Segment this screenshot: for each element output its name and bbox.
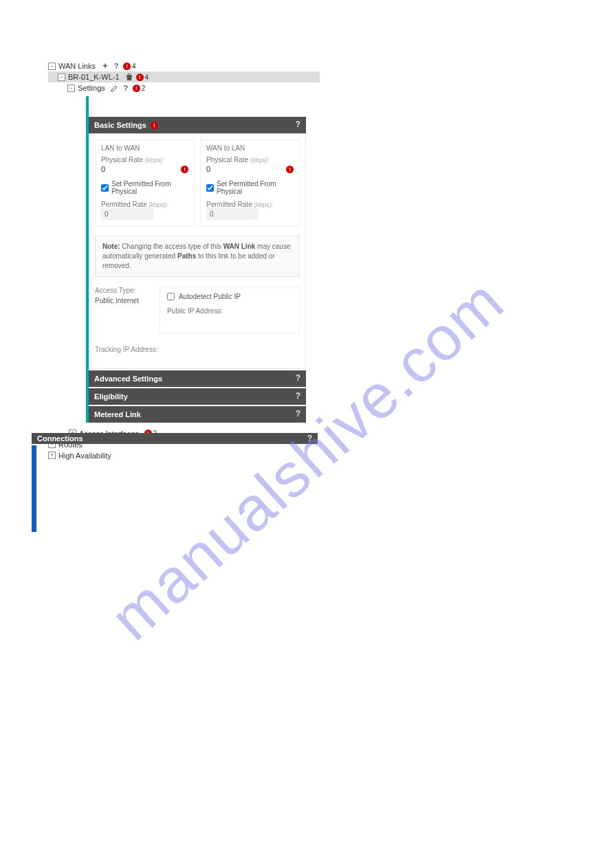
error-badge-icon xyxy=(136,74,144,81)
physical-rate-label: Physical Rate xyxy=(206,156,248,164)
unit-label: (kbps): xyxy=(254,201,273,208)
box-header: WAN to LAN xyxy=(206,144,294,152)
access-type-label: Access Type: xyxy=(95,287,139,294)
tree-label: Settings xyxy=(78,84,105,92)
help-icon[interactable]: ? xyxy=(296,120,300,129)
trash-icon[interactable] xyxy=(125,74,133,81)
note-bold: Paths xyxy=(177,252,196,260)
section-title: Connections xyxy=(37,434,83,443)
physical-rate-label: Physical Rate xyxy=(101,156,143,164)
autodetect-ip-checkbox[interactable] xyxy=(167,293,175,300)
collapse-icon[interactable]: − xyxy=(48,63,56,70)
section-title: Advanced Settings xyxy=(94,375,162,383)
help-icon[interactable] xyxy=(112,62,120,70)
autodetect-ip-label: Autodetect Public IP xyxy=(179,293,241,300)
section-title: Metered Link xyxy=(94,410,141,419)
tree-row-settings[interactable]: − Settings 2 xyxy=(48,82,320,93)
tree-row-br01[interactable]: − BR-01_K-WL-1 4 xyxy=(48,71,320,82)
section-header-connections[interactable]: Connections ? xyxy=(32,433,318,444)
unit-label: (kbps): xyxy=(250,157,270,164)
access-type-block: Access Type: Public Internet xyxy=(95,287,139,333)
error-badge-icon xyxy=(133,85,140,92)
permitted-rate-field[interactable]: 0 xyxy=(206,208,259,220)
section-header-basic[interactable]: Basic Settings ? xyxy=(89,117,306,133)
collapse-icon[interactable]: − xyxy=(58,74,65,81)
note-bold: WAN Link xyxy=(223,243,256,250)
error-badge-icon xyxy=(123,63,131,70)
help-icon[interactable] xyxy=(122,84,130,92)
tree-row-ha[interactable]: + High Availability xyxy=(48,450,320,460)
settings-panel: Basic Settings ? LAN to WAN Physical Rat… xyxy=(86,96,306,423)
add-icon[interactable] xyxy=(101,61,109,71)
connections-accent-bar xyxy=(32,445,36,532)
basic-settings-body: LAN to WAN Physical Rate (kbps): 0 Set P… xyxy=(89,133,306,369)
error-count: 2 xyxy=(142,85,146,92)
set-permitted-checkbox[interactable] xyxy=(101,184,109,192)
error-badge-icon xyxy=(181,166,188,173)
permitted-rate-field[interactable]: 0 xyxy=(101,208,153,220)
error-count: 4 xyxy=(145,74,149,81)
tree-label: WAN Links xyxy=(58,62,96,70)
section-header-advanced[interactable]: Advanced Settings ? xyxy=(89,370,306,387)
box-header: LAN to WAN xyxy=(101,144,188,152)
set-permitted-label: Set Permitted From Physical xyxy=(217,180,294,195)
help-icon[interactable]: ? xyxy=(296,391,300,401)
error-badge-icon xyxy=(151,122,158,129)
note-lead: Note: xyxy=(102,243,120,250)
section-header-eligibility[interactable]: Eligibility ? xyxy=(89,388,306,405)
collapse-icon[interactable]: − xyxy=(67,85,75,92)
wan-to-lan-box: WAN to LAN Physical Rate (kbps): 0 Set P… xyxy=(200,140,300,226)
set-permitted-label: Set Permitted From Physical xyxy=(111,180,188,195)
tracking-ip-label: Tracking IP Address: xyxy=(95,346,300,353)
physical-rate-value[interactable]: 0 xyxy=(101,165,105,173)
access-type-value[interactable]: Public Internet xyxy=(95,297,139,304)
permitted-rate-label: Permitted Rate xyxy=(101,201,147,208)
error-count: 4 xyxy=(132,63,136,70)
set-permitted-checkbox[interactable] xyxy=(206,184,214,192)
section-title: Eligibility xyxy=(94,392,128,401)
tree-label: BR-01_K-WL-1 xyxy=(68,73,120,81)
permitted-rate-label: Permitted Rate xyxy=(206,201,252,208)
section-title: Basic Settings xyxy=(94,121,146,129)
note-text: Changing the access type of this xyxy=(120,243,223,250)
unit-label: (kbps): xyxy=(145,157,164,164)
public-ip-block: Autodetect Public IP Public IP Address: xyxy=(160,287,300,333)
help-icon[interactable]: ? xyxy=(296,373,300,383)
edit-icon[interactable] xyxy=(111,85,119,92)
physical-rate-value[interactable]: 0 xyxy=(206,165,210,173)
public-ip-label: Public IP Address: xyxy=(167,307,292,315)
lan-to-wan-box: LAN to WAN Physical Rate (kbps): 0 Set P… xyxy=(95,140,195,226)
unit-label: (kbps): xyxy=(149,201,168,208)
note-box: Note: Changing the access type of this W… xyxy=(95,236,300,277)
error-badge-icon xyxy=(286,166,294,173)
tree-row-wan-links[interactable]: − WAN Links 4 xyxy=(48,60,320,71)
help-icon[interactable]: ? xyxy=(307,434,312,443)
help-icon[interactable]: ? xyxy=(296,409,300,419)
section-header-metered[interactable]: Metered Link ? xyxy=(89,406,306,423)
expand-icon[interactable]: + xyxy=(48,452,56,459)
tree-label: High Availability xyxy=(58,452,111,460)
